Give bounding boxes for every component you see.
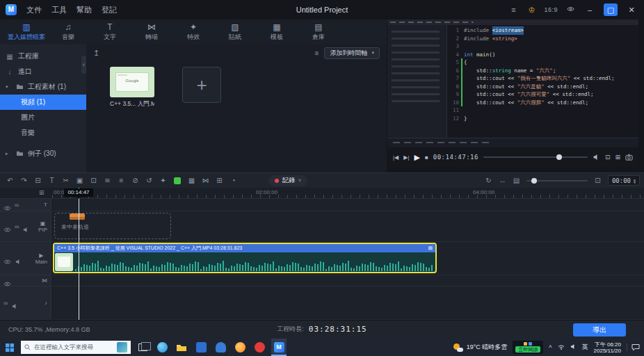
action-center-button[interactable] bbox=[627, 343, 640, 351]
tray-volume-icon[interactable] bbox=[570, 343, 577, 351]
fit-timeline-icon[interactable]: ⊡ bbox=[592, 175, 604, 186]
menu-register[interactable]: 登記 bbox=[102, 5, 117, 15]
close-button[interactable]: ✕ bbox=[625, 3, 638, 16]
sidebar-item-audio[interactable]: 音樂 bbox=[0, 125, 86, 140]
lock-link-icon[interactable]: ∞ bbox=[15, 202, 19, 209]
seek-knob[interactable] bbox=[556, 154, 562, 160]
manage-tracks-icon[interactable]: ⊞ bbox=[39, 189, 45, 196]
track-overlay-lane[interactable] bbox=[52, 275, 644, 286]
track-refresh-icon[interactable]: ↻ bbox=[483, 175, 494, 186]
sidebar-collapse-handle[interactable]: ‹ bbox=[81, 56, 86, 74]
sidebar-item-images[interactable]: 圖片 bbox=[0, 110, 86, 125]
fullscreen-icon[interactable]: ⊡ bbox=[605, 154, 611, 161]
taskbar-app-mail[interactable] bbox=[213, 339, 228, 356]
main-video-clip[interactable]: C++ 3.5 小時初學者課程 _ 使用 VISUAL STUDIO 2022 … bbox=[53, 243, 437, 273]
text-icon[interactable]: T bbox=[46, 175, 58, 186]
tab-music[interactable]: ♫音樂 bbox=[49, 23, 88, 42]
render-preview-eye-icon[interactable] bbox=[565, 6, 576, 14]
ripple-icon[interactable]: ≡ bbox=[115, 175, 127, 186]
delete-icon[interactable]: ⊟ bbox=[32, 175, 44, 186]
start-button[interactable] bbox=[3, 343, 17, 352]
aspect-ratio-button[interactable]: 16:9 bbox=[544, 6, 558, 13]
volume-icon[interactable] bbox=[593, 154, 600, 161]
search-highlight-image[interactable] bbox=[117, 342, 127, 353]
menu-file[interactable]: 文件 bbox=[26, 5, 42, 15]
copy-icon[interactable]: ▣ bbox=[74, 175, 86, 186]
news-promo-widget[interactable]: 立即閱讀 bbox=[513, 341, 543, 354]
playhead[interactable]: 00:14:47 bbox=[79, 188, 79, 320]
sidebar-item-project-media[interactable]: ▾工程素材 (1) bbox=[0, 79, 86, 95]
tray-expand-icon[interactable]: ^ bbox=[549, 344, 552, 351]
duration-icon[interactable]: ◔ bbox=[227, 175, 239, 186]
filmstrip-icon[interactable]: ▤ bbox=[510, 175, 522, 186]
menu-help[interactable]: 幫助 bbox=[77, 5, 92, 15]
speed-icon[interactable]: ≋ bbox=[102, 175, 113, 186]
crop-icon[interactable]: ⊡ bbox=[88, 175, 99, 186]
timeline-ruler[interactable]: ⊞ 00:00:00 02:00:00 04:00:00 bbox=[0, 188, 644, 199]
pan-zoom-icon[interactable]: ⊞ bbox=[214, 175, 225, 186]
sort-icon[interactable]: ≡ bbox=[315, 49, 319, 57]
eye-icon[interactable] bbox=[3, 202, 11, 208]
weather-widget[interactable]: 19°C 晴時多雲 bbox=[453, 343, 508, 352]
eye-icon[interactable] bbox=[3, 223, 11, 229]
effects-icon[interactable]: ✦ bbox=[157, 175, 169, 186]
split-icon[interactable]: ✂ bbox=[60, 175, 72, 186]
menu-tools[interactable]: 工具 bbox=[51, 5, 67, 15]
eye-icon[interactable] bbox=[3, 277, 11, 284]
import-files-button[interactable]: ↥ bbox=[93, 49, 99, 58]
taskbar-app-media-player[interactable] bbox=[252, 339, 267, 356]
taskbar-app-file-explorer[interactable] bbox=[174, 339, 189, 356]
taskbar-app-filmora[interactable]: M bbox=[271, 339, 287, 356]
timecode-spinner[interactable]: 00:00 ▲▼ bbox=[608, 175, 640, 186]
skip-to-end-button[interactable]: ▶| bbox=[403, 154, 409, 161]
tab-import-media[interactable]: ▥置入媒體檔案 bbox=[7, 23, 46, 42]
preview-video[interactable]: 1#include <iostream>2#include <string>3 … bbox=[387, 19, 638, 147]
lock-link-icon[interactable]: ∞ bbox=[3, 300, 8, 307]
tab-stickers[interactable]: ▧貼紙 bbox=[216, 23, 255, 42]
tab-stock[interactable]: ▤倉庫 bbox=[299, 23, 338, 42]
record-button[interactable]: 記錄 ˅ bbox=[268, 175, 307, 186]
maximize-button[interactable]: ▢ bbox=[604, 3, 618, 16]
language-indicator[interactable]: 英 bbox=[582, 343, 588, 352]
task-view-button[interactable] bbox=[135, 339, 150, 356]
stop-button[interactable]: ■ bbox=[425, 154, 428, 161]
spinner-arrows-icon[interactable]: ▲▼ bbox=[634, 178, 636, 184]
taskbar-app-edge[interactable] bbox=[154, 339, 170, 356]
mask-icon[interactable]: ▦ bbox=[186, 175, 198, 186]
redo-icon[interactable]: ↷ bbox=[18, 175, 30, 186]
track-text-lane[interactable] bbox=[52, 199, 644, 211]
speaker-icon[interactable] bbox=[11, 300, 19, 306]
tab-effects[interactable]: ✦特效 bbox=[174, 23, 213, 42]
sidebar-item-import[interactable]: ↓進口 bbox=[0, 64, 86, 79]
pip-mini-clip[interactable] bbox=[70, 213, 85, 220]
speaker-icon[interactable] bbox=[15, 255, 22, 261]
sidebar-item-samples[interactable]: ▸例子 (30) bbox=[0, 146, 86, 161]
track-pip-lane[interactable]: 畫中畫軌道 bbox=[52, 211, 644, 242]
timeline-zoom-slider[interactable] bbox=[526, 180, 588, 181]
add-media-tile[interactable]: + bbox=[182, 67, 221, 103]
taskbar-app-firefox[interactable] bbox=[232, 339, 248, 356]
sidebar-item-project-library[interactable]: ▦工程庫 bbox=[0, 49, 86, 64]
fit-width-icon[interactable]: ↔ bbox=[497, 175, 508, 186]
zoom-knob[interactable] bbox=[531, 178, 537, 184]
speaker-icon[interactable] bbox=[22, 223, 30, 229]
add-to-timeline-dropdown[interactable]: 添加到時間軸 ▾ bbox=[324, 47, 380, 59]
track-main-lane[interactable]: C++ 3.5 小時初學者課程 _ 使用 VISUAL STUDIO 2022 … bbox=[52, 242, 644, 275]
upgrade-crown-icon[interactable]: ♔ bbox=[526, 6, 537, 15]
skip-to-start-button[interactable]: |◀ bbox=[393, 154, 399, 161]
export-button[interactable]: 導出 bbox=[573, 323, 626, 337]
tab-text[interactable]: T文字 bbox=[90, 23, 129, 42]
rotate-icon[interactable]: ↺ bbox=[143, 175, 155, 186]
snapshot-camera-icon[interactable] bbox=[625, 154, 633, 161]
taskbar-search[interactable]: 在這裡輸入文字來搜尋 bbox=[21, 341, 131, 354]
minimize-button[interactable]: – bbox=[583, 3, 597, 16]
promo-badge[interactable]: 立即閱讀 bbox=[515, 346, 540, 353]
taskbar-app-store[interactable] bbox=[193, 339, 209, 356]
network-icon[interactable] bbox=[558, 343, 565, 351]
media-item-video[interactable]: Google C++ 3.5... 入門.MP4 bbox=[110, 67, 154, 108]
lock-link-icon[interactable]: ∞ bbox=[15, 223, 19, 230]
transition-icon[interactable]: ⋈ bbox=[200, 175, 211, 186]
undo-icon[interactable]: ↶ bbox=[4, 175, 16, 186]
preview-seek-slider[interactable] bbox=[483, 156, 588, 158]
tab-transitions[interactable]: ⋈轉場 bbox=[132, 23, 171, 42]
